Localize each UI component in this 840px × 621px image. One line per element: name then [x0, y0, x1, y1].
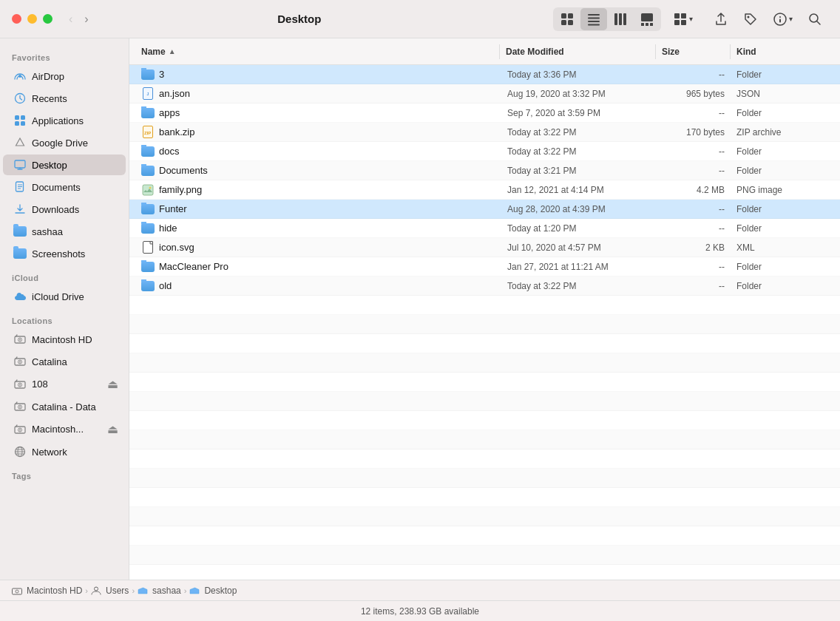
eject-icon-macintosh2[interactable]: ⏏	[107, 422, 118, 436]
svg-point-23	[810, 14, 818, 22]
sidebar-item-sashaa[interactable]: sashaa	[3, 221, 126, 242]
close-button[interactable]	[12, 14, 21, 24]
svg-rect-6	[588, 21, 600, 22]
status-text: 12 items, 238.93 GB available	[361, 606, 479, 617]
svg-line-24	[817, 21, 820, 24]
sidebar-item-macintosh-hd[interactable]: Macintosh HD	[3, 329, 126, 350]
svg-point-21	[779, 16, 781, 18]
svg-rect-12	[641, 23, 644, 26]
statusbar: 12 items, 238.93 GB available	[0, 600, 840, 621]
file-name-cell: J an.json	[135, 87, 501, 101]
catalina-data-label: Catalina - Data	[32, 401, 96, 413]
content-area: Favorites AirDrop	[0, 38, 840, 580]
info-button[interactable]: ▾	[767, 8, 799, 30]
svg-rect-27	[21, 115, 25, 120]
sidebar-item-catalina[interactable]: Catalina	[3, 351, 126, 372]
svg-point-67	[16, 590, 18, 593]
svg-point-68	[95, 587, 98, 591]
svg-rect-3	[568, 20, 573, 25]
table-row[interactable]: hide Today at 1:20 PM -- Folder	[129, 219, 840, 238]
table-row[interactable]: family.png Jan 12, 2021 at 4:14 PM 4.2 M…	[129, 180, 840, 200]
sidebar-item-applications[interactable]: Applications	[3, 110, 126, 131]
kind-column-header[interactable]: Kind	[731, 47, 834, 57]
folder-icon	[141, 260, 155, 274]
svg-point-53	[19, 429, 21, 430]
breadcrumb-item-macintosh-hd[interactable]: Macintosh HD	[12, 586, 82, 596]
png-file-icon	[141, 183, 155, 197]
empty-row	[129, 546, 840, 565]
sidebar-item-google-drive[interactable]: Google Drive	[3, 132, 126, 153]
search-button[interactable]	[802, 8, 828, 30]
view-list-button[interactable]	[580, 8, 607, 30]
folder-icon	[141, 279, 155, 293]
svg-rect-7	[588, 24, 600, 25]
table-row[interactable]: Documents Today at 3:21 PM -- Folder	[129, 161, 840, 180]
favorites-label: Favorites	[0, 44, 129, 65]
sidebar-item-desktop[interactable]: Desktop	[3, 155, 126, 175]
name-column-header[interactable]: Name ▲	[135, 47, 499, 57]
svg-rect-1	[568, 13, 573, 18]
sidebar-item-recents[interactable]: Recents	[3, 88, 126, 109]
minimize-button[interactable]	[27, 14, 37, 24]
table-row[interactable]: apps Sep 7, 2020 at 3:59 PM -- Folder	[129, 104, 840, 123]
svg-rect-13	[646, 23, 648, 26]
breadcrumb-item-users[interactable]: Users	[91, 586, 129, 596]
108-icon	[13, 378, 27, 391]
recents-label: Recents	[32, 93, 67, 104]
svg-rect-16	[681, 13, 686, 18]
sidebar-item-macintosh2[interactable]: Macintosh... ⏏	[3, 418, 126, 440]
sidebar-item-airdrop[interactable]: AirDrop	[3, 66, 126, 86]
file-name-cell: family.png	[135, 183, 501, 197]
table-row[interactable]: J an.json Aug 19, 2020 at 3:32 PM 965 by…	[129, 84, 840, 104]
screenshots-label: Screenshots	[32, 248, 85, 259]
svg-point-63	[149, 186, 152, 189]
sidebar-item-108[interactable]: 108 ⏏	[3, 373, 126, 395]
sidebar-item-catalina-data[interactable]: Catalina - Data	[3, 396, 126, 417]
icloud-drive-label: iCloud Drive	[32, 291, 84, 302]
eject-icon-108[interactable]: ⏏	[107, 377, 118, 391]
catalina-icon	[13, 355, 27, 368]
size-column-header[interactable]: Size	[656, 47, 730, 57]
svg-rect-15	[674, 13, 680, 18]
table-row[interactable]: icon.svg Jul 10, 2020 at 4:57 PM 2 KB XM…	[129, 238, 840, 257]
empty-row	[129, 488, 840, 507]
folder-icon	[141, 68, 155, 81]
sidebar-item-documents[interactable]: Documents	[3, 177, 126, 197]
empty-row	[129, 430, 840, 449]
view-grid-button[interactable]	[554, 8, 580, 30]
file-name-cell: old	[135, 279, 501, 293]
table-row[interactable]: old Today at 3:22 PM -- Folder	[129, 276, 840, 296]
view-more-button[interactable]: ▾	[667, 8, 699, 30]
breadcrumb-item-desktop[interactable]: Desktop	[189, 586, 237, 596]
file-name-cell: Documents	[135, 164, 501, 177]
table-row[interactable]: MacCleaner Pro Jan 27, 2021 at 11:21 AM …	[129, 257, 840, 276]
date-column-header[interactable]: Date Modified	[500, 47, 655, 57]
sidebar-item-downloads[interactable]: Downloads	[3, 199, 126, 220]
file-name-cell: hide	[135, 222, 501, 235]
empty-row	[129, 526, 840, 546]
sidebar-item-screenshots[interactable]: Screenshots	[3, 243, 126, 264]
table-row[interactable]: docs Today at 3:22 PM -- Folder	[129, 142, 840, 161]
file-name-cell: Funter	[135, 203, 501, 216]
svg-rect-30	[15, 160, 25, 168]
table-row[interactable]: Funter Aug 28, 2020 at 4:39 PM -- Folder	[129, 200, 840, 219]
sidebar-item-icloud-drive[interactable]: iCloud Drive	[3, 286, 126, 307]
empty-row	[129, 353, 840, 373]
view-switcher	[553, 7, 661, 31]
view-gallery-button[interactable]	[634, 8, 660, 30]
table-row[interactable]: ZIP bank.zip Today at 3:22 PM 170 bytes …	[129, 123, 840, 142]
view-columns-button[interactable]	[607, 8, 634, 30]
tag-button[interactable]	[737, 8, 764, 30]
icloud-icon	[13, 290, 27, 303]
json-file-icon: J	[141, 87, 155, 101]
breadcrumb-item-sashaa[interactable]: sashaa	[138, 586, 181, 596]
sidebar-item-network[interactable]: Network	[3, 441, 126, 462]
desktop-icon	[13, 158, 27, 172]
applications-label: Applications	[32, 115, 84, 126]
share-button[interactable]	[708, 8, 734, 30]
column-headers: Name ▲ Date Modified Size Kind	[129, 38, 840, 65]
svg-rect-18	[681, 20, 686, 25]
table-row[interactable]: 3 Today at 3:36 PM -- Folder	[129, 65, 840, 84]
network-icon	[13, 445, 27, 458]
svg-rect-10	[623, 13, 626, 25]
